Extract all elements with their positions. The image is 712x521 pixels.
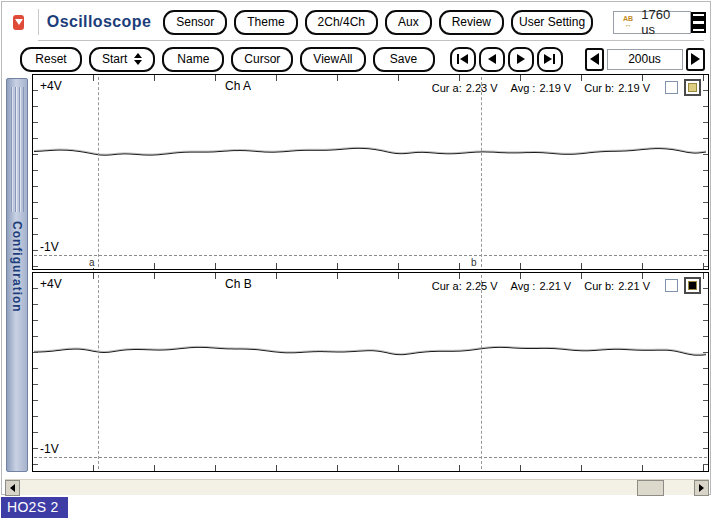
- cursor-a-tag: a: [88, 257, 96, 268]
- channel-b-panel: +4V Ch B Cur a:2.25 V Avg :2.21 V Cur b:…: [32, 272, 709, 472]
- channel-b-color-swatch[interactable]: [684, 277, 701, 294]
- scroll-left-button[interactable]: [5, 480, 20, 496]
- channel-a-swatch-fill: [688, 83, 697, 92]
- channel-a-right-ticks: [703, 75, 708, 269]
- playback-controls: [450, 47, 563, 72]
- start-spinner-icon[interactable]: [134, 53, 142, 65]
- sensor-button[interactable]: Sensor: [163, 10, 227, 35]
- channel-b-left-ticks: [33, 273, 38, 471]
- configuration-tab[interactable]: Configuration: [6, 78, 28, 472]
- channel-a-measurements: Cur a:2.23 V Avg :2.19 V Cur b:2.19 V: [432, 79, 701, 96]
- channel-a-minus1v-gridline: [34, 255, 707, 256]
- top-toolbar: Oscilloscope Sensor Theme 2Ch/4Ch Aux Re…: [13, 8, 706, 36]
- timebase-decrease-button[interactable]: [585, 48, 604, 71]
- channel-a-panel: +4V Ch A Cur a:2.23 V Avg :2.19 V Cur b:…: [32, 74, 709, 270]
- timebase-increase-button[interactable]: [686, 48, 705, 71]
- skip-to-start-button[interactable]: [450, 47, 476, 72]
- start-button[interactable]: Start: [89, 47, 155, 72]
- cursor-b-tag: b: [470, 257, 478, 268]
- reset-button[interactable]: Reset: [20, 47, 82, 72]
- name-button[interactable]: Name: [162, 47, 224, 72]
- channel-b-bottom-ticks: [33, 465, 708, 471]
- channel-b-avg-readout: Avg :2.21 V: [511, 280, 572, 292]
- ab-cursor-delta-icon: AB ↔: [623, 16, 633, 28]
- channel-a-color-swatch[interactable]: [684, 79, 701, 96]
- channel-b-visibility-checkbox[interactable]: [665, 279, 678, 292]
- channel-b-waveform: [33, 273, 708, 471]
- status-label: HO2S 2: [1, 497, 68, 518]
- user-setting-button[interactable]: User Setting: [511, 10, 593, 35]
- step-back-button[interactable]: [479, 47, 505, 72]
- cursor-button[interactable]: Cursor: [231, 47, 293, 72]
- oscilloscope-window: Oscilloscope Sensor Theme 2Ch/4Ch Aux Re…: [1, 1, 711, 495]
- skip-to-end-button[interactable]: [537, 47, 563, 72]
- channel-a-avg-readout: Avg :2.19 V: [511, 82, 572, 94]
- channel-b-bottom-voltage: -1V: [40, 442, 61, 456]
- scroll-right-icon: [699, 484, 704, 492]
- menu-list-icon[interactable]: [691, 12, 706, 33]
- tab-grip-lines: [11, 87, 24, 212]
- cursor-delta-readout: AB ↔ 1760 us: [613, 11, 691, 34]
- scrollbar-thumb[interactable]: [637, 480, 664, 496]
- channel-b-checkboxes: [665, 277, 701, 294]
- configuration-tab-label: Configuration: [10, 221, 24, 313]
- channel-b-measurements: Cur a:2.25 V Avg :2.21 V Cur b:2.21 V: [432, 277, 701, 294]
- channel-a-bottom-ticks: [33, 263, 708, 269]
- channel-a-cursor-b-readout: Cur b:2.19 V: [584, 82, 650, 94]
- channel-a-cursor-a-readout: Cur a:2.23 V: [432, 82, 498, 94]
- channel-a-checkboxes: [665, 79, 701, 96]
- toolbar-divider: [38, 40, 704, 41]
- timebase-control: 200us: [585, 48, 705, 71]
- channel-b-cursor-b-line[interactable]: [481, 275, 482, 469]
- channel-a-cursor-a-line[interactable]: [98, 77, 99, 267]
- channel-b-cursor-a-line[interactable]: [98, 275, 99, 469]
- scroll-right-button[interactable]: [694, 480, 709, 496]
- channel-a-left-ticks: [33, 75, 38, 269]
- cursor-delta-value: 1760 us: [641, 7, 681, 37]
- channel-a-waveform: [33, 75, 708, 269]
- channel-b-top-voltage: +4V: [40, 277, 62, 291]
- channel-a-bottom-voltage: -1V: [40, 240, 61, 254]
- viewall-button[interactable]: ViewAll: [300, 47, 365, 72]
- channel-b-swatch-fill: [688, 281, 697, 290]
- timebase-value: 200us: [607, 49, 683, 70]
- app-title: Oscilloscope: [47, 13, 151, 31]
- save-button[interactable]: Save: [373, 47, 435, 72]
- horizontal-scrollbar[interactable]: [5, 479, 709, 495]
- channel-b-minus1v-gridline: [34, 457, 707, 458]
- channel-mode-button[interactable]: 2Ch/4Ch: [305, 10, 378, 35]
- channel-a-cursor-b-line[interactable]: [481, 77, 482, 267]
- channel-a-label: Ch A: [225, 79, 251, 93]
- review-button[interactable]: Review: [439, 10, 504, 35]
- scroll-left-icon: [10, 484, 15, 492]
- channel-a-top-voltage: +4V: [40, 79, 62, 93]
- app-dropdown-icon[interactable]: [13, 15, 24, 30]
- channel-b-cursor-b-readout: Cur b:2.21 V: [584, 280, 650, 292]
- aux-button[interactable]: Aux: [385, 10, 432, 35]
- dropdown-arrow-icon: [15, 19, 23, 25]
- channel-a-visibility-checkbox[interactable]: [665, 81, 678, 94]
- theme-button[interactable]: Theme: [234, 10, 297, 35]
- step-forward-button[interactable]: [508, 47, 534, 72]
- start-button-label: Start: [102, 52, 127, 66]
- second-toolbar: Reset Start Name Cursor ViewAll Save 200…: [20, 45, 706, 73]
- ab-icon-arrow-text: ↔: [625, 22, 632, 28]
- channel-b-right-ticks: [703, 273, 708, 471]
- toolbar-separator: [38, 9, 39, 35]
- channel-b-label: Ch B: [225, 277, 252, 291]
- channel-b-cursor-a-readout: Cur a:2.25 V: [432, 280, 498, 292]
